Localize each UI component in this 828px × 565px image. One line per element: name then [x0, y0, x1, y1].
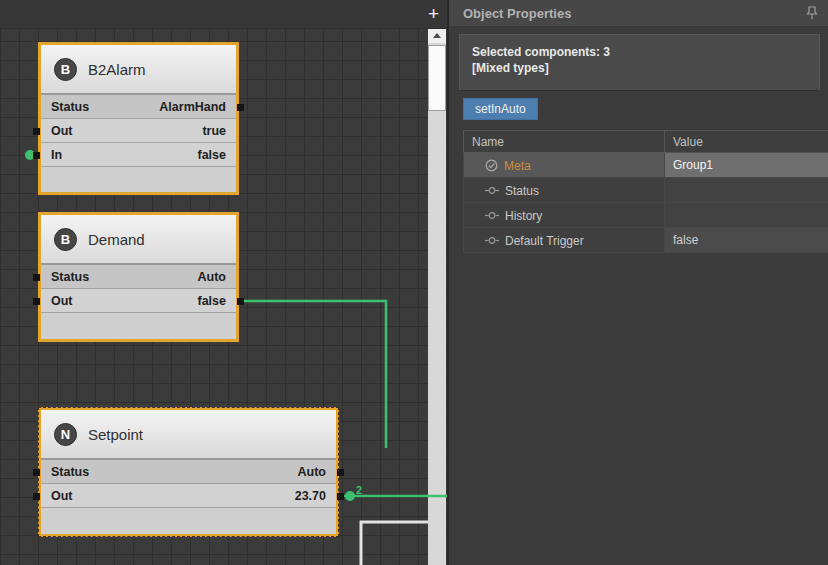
row-value: Auto — [198, 270, 226, 284]
node-row-in[interactable]: In false — [41, 143, 236, 167]
row-label: Out — [51, 124, 73, 138]
scroll-up-button[interactable] — [428, 28, 446, 43]
canvas-top-strip: + — [0, 0, 447, 29]
node-row-status[interactable]: Status Auto — [41, 460, 336, 484]
table-row-default-trigger[interactable]: Default Trigger false — [464, 228, 828, 253]
input-pin[interactable] — [33, 152, 40, 159]
partial-node-border — [361, 522, 428, 565]
property-value-cell[interactable] — [665, 203, 828, 228]
input-pin[interactable] — [33, 298, 40, 305]
app-window: 2 B B2Alarm Status AlarmHand Out true In… — [0, 0, 828, 565]
panel-header: Object Properties — [449, 0, 828, 27]
set-in-auto-button[interactable]: setInAuto — [463, 98, 538, 120]
wire-branch-count-label: 2 — [356, 484, 362, 496]
node-b2alarm-header[interactable]: B B2Alarm — [41, 45, 236, 95]
property-name-cell[interactable]: Meta — [464, 153, 665, 178]
node-demand[interactable]: B Demand Status Auto Out false — [38, 212, 239, 342]
property-value-cell[interactable] — [665, 178, 828, 203]
boolean-block-icon: B — [54, 228, 77, 251]
node-row-out[interactable]: Out false — [41, 289, 236, 313]
boolean-block-icon: B — [54, 58, 77, 81]
row-value: false — [198, 148, 227, 162]
triangle-up-icon — [433, 33, 441, 38]
node-title: Setpoint — [88, 426, 143, 443]
row-label: Status — [51, 100, 89, 114]
properties-table: Name Value Meta Group1 — [463, 130, 828, 253]
selection-summary: Selected components: 3 [Mixed types] — [459, 34, 820, 91]
node-row-status[interactable]: Status Auto — [41, 265, 236, 289]
column-header-value[interactable]: Value — [665, 131, 828, 153]
canvas-vertical-scrollbar[interactable] — [428, 28, 446, 565]
output-pin[interactable] — [337, 493, 344, 500]
row-label: Out — [51, 489, 73, 503]
row-label: Status — [51, 270, 89, 284]
row-value: AlarmHand — [159, 100, 226, 114]
pushpin-icon[interactable] — [806, 6, 818, 20]
input-pin[interactable] — [33, 274, 40, 281]
table-row-meta[interactable]: Meta Group1 — [464, 153, 828, 178]
node-setpoint-header[interactable]: N Setpoint — [41, 410, 336, 460]
numeric-block-icon: N — [54, 423, 77, 446]
add-button[interactable]: + — [428, 1, 439, 27]
node-row-out[interactable]: Out true — [41, 119, 236, 143]
input-pin[interactable] — [33, 469, 40, 476]
connector-icon — [485, 186, 499, 195]
row-value: Auto — [298, 465, 326, 479]
node-setpoint[interactable]: N Setpoint Status Auto Out 23.70 — [38, 407, 339, 537]
row-value: false — [198, 294, 227, 308]
wiresheet-canvas[interactable]: 2 B B2Alarm Status AlarmHand Out true In… — [0, 0, 447, 565]
property-value-cell[interactable]: Group1 — [665, 153, 828, 178]
property-name-cell[interactable]: History — [464, 203, 665, 228]
output-pin[interactable] — [237, 104, 244, 111]
table-row-history[interactable]: History — [464, 203, 828, 228]
row-value: 23.70 — [295, 489, 326, 503]
check-circle-icon — [485, 159, 498, 172]
mixed-types-text: [Mixed types] — [472, 60, 807, 76]
property-name: Default Trigger — [505, 233, 584, 247]
node-demand-header[interactable]: B Demand — [41, 215, 236, 265]
object-properties-panel: Object Properties Selected components: 3… — [447, 0, 828, 565]
table-header-row: Name Value — [464, 131, 828, 153]
input-pin[interactable] — [33, 128, 40, 135]
table-row-status[interactable]: Status — [464, 178, 828, 203]
panel-title: Object Properties — [463, 6, 806, 21]
node-footer — [41, 508, 336, 534]
node-row-status[interactable]: Status AlarmHand — [41, 95, 236, 119]
row-label: Out — [51, 294, 73, 308]
output-pin[interactable] — [237, 298, 244, 305]
property-name-cell[interactable]: Status — [464, 178, 665, 203]
node-title: Demand — [88, 231, 145, 248]
property-name: Meta — [504, 158, 531, 172]
node-title: B2Alarm — [88, 61, 146, 78]
property-value-cell[interactable]: false — [665, 228, 828, 253]
property-name: Status — [505, 183, 539, 197]
output-pin[interactable] — [337, 469, 344, 476]
setpoint-wire-junction-dot[interactable] — [345, 491, 355, 501]
column-header-name[interactable]: Name — [464, 131, 665, 153]
connector-icon — [485, 211, 499, 220]
row-label: Status — [51, 465, 89, 479]
node-b2alarm[interactable]: B B2Alarm Status AlarmHand Out true In f… — [38, 42, 239, 195]
connector-icon — [485, 236, 499, 245]
property-name: History — [505, 208, 542, 222]
row-value: true — [202, 124, 226, 138]
row-label: In — [51, 148, 62, 162]
node-footer — [41, 167, 236, 192]
node-row-out[interactable]: Out 23.70 — [41, 484, 336, 508]
property-name-cell[interactable]: Default Trigger — [464, 228, 665, 253]
node-footer — [41, 313, 236, 339]
scrollbar-thumb[interactable] — [428, 45, 446, 111]
selected-components-text: Selected components: 3 — [472, 44, 807, 60]
input-pin[interactable] — [33, 493, 40, 500]
